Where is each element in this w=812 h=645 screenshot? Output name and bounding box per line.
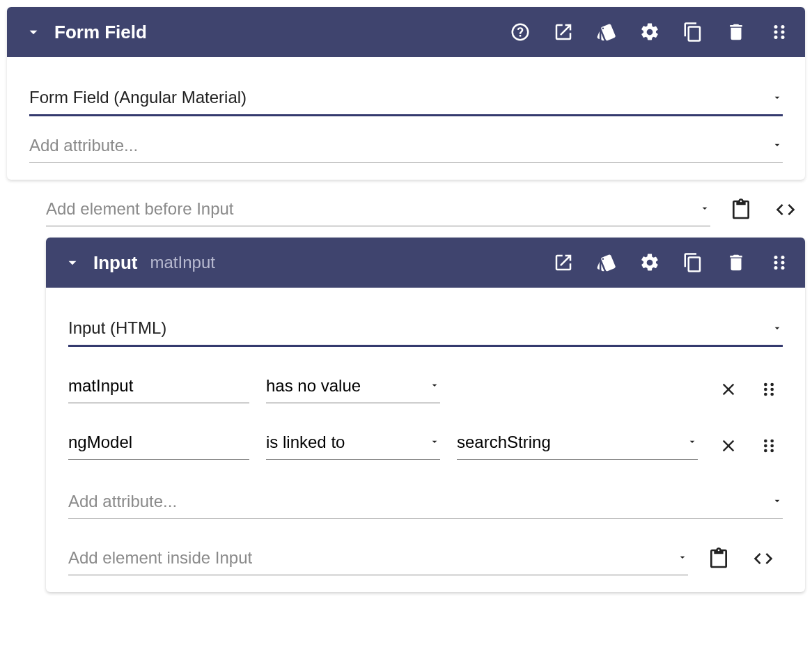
drag-handle-icon[interactable] <box>767 251 791 274</box>
attribute-row <box>68 426 783 460</box>
chevron-down-icon <box>699 203 710 217</box>
svg-point-17 <box>770 393 774 396</box>
nested-container: Input matInput <box>46 238 805 592</box>
remove-attr-icon[interactable] <box>715 432 742 460</box>
svg-point-10 <box>781 261 785 265</box>
input-body <box>46 288 805 592</box>
header-left: Input matInput <box>63 252 552 274</box>
add-attribute-input[interactable] <box>29 129 783 163</box>
form-field-card: Form Field <box>7 7 805 180</box>
open-external-icon[interactable] <box>552 251 575 274</box>
paste-icon[interactable] <box>727 196 755 224</box>
attr-operator-field[interactable] <box>266 369 440 403</box>
panel-subtitle: matInput <box>150 253 215 272</box>
insert-inside-row <box>68 541 783 575</box>
add-attribute-field[interactable] <box>68 485 783 519</box>
element-type-input[interactable] <box>29 81 783 116</box>
svg-point-14 <box>764 393 767 396</box>
code-icon[interactable] <box>772 196 799 224</box>
svg-point-1 <box>774 31 778 34</box>
copy-icon[interactable] <box>681 20 705 44</box>
svg-point-16 <box>770 388 774 391</box>
delete-icon[interactable] <box>724 20 748 44</box>
insert-before-row <box>46 192 805 226</box>
svg-point-19 <box>764 444 767 448</box>
svg-point-3 <box>781 25 785 29</box>
remove-attr-icon[interactable] <box>715 375 742 403</box>
settings-icon[interactable] <box>638 20 662 44</box>
svg-point-4 <box>781 31 785 34</box>
attr-name-field[interactable] <box>68 426 249 460</box>
svg-point-7 <box>774 261 778 265</box>
svg-point-8 <box>774 266 778 270</box>
collapse-toggle[interactable] <box>63 254 82 272</box>
settings-icon[interactable] <box>638 251 662 274</box>
element-type-field[interactable] <box>68 311 783 347</box>
style-icon[interactable] <box>595 251 618 274</box>
attr-name-input[interactable] <box>68 426 249 460</box>
help-icon[interactable] <box>508 20 532 44</box>
chevron-down-icon <box>677 552 688 566</box>
attr-name-input[interactable] <box>68 369 249 403</box>
svg-point-5 <box>781 36 785 39</box>
form-field-body <box>7 57 805 180</box>
svg-point-0 <box>774 25 778 29</box>
code-icon[interactable] <box>749 545 777 573</box>
svg-point-13 <box>764 388 767 391</box>
style-icon[interactable] <box>595 20 618 44</box>
add-attribute-field[interactable] <box>29 129 783 163</box>
drag-attr-icon[interactable] <box>755 375 783 403</box>
svg-point-18 <box>764 440 767 443</box>
paste-icon[interactable] <box>705 545 733 573</box>
attr-operator-field[interactable] <box>266 426 440 460</box>
drag-attr-icon[interactable] <box>755 432 783 460</box>
collapse-toggle[interactable] <box>24 23 43 41</box>
svg-point-22 <box>770 444 774 448</box>
input-card: Input matInput <box>46 238 805 592</box>
insert-inside-input[interactable] <box>68 541 688 575</box>
attr-operator-input[interactable] <box>266 369 440 403</box>
attr-value-field[interactable] <box>457 426 698 460</box>
svg-point-2 <box>774 36 778 39</box>
insert-before-input[interactable] <box>46 192 710 226</box>
svg-point-21 <box>770 440 774 443</box>
svg-point-12 <box>764 383 767 387</box>
attribute-row <box>68 369 783 403</box>
svg-point-23 <box>770 449 774 453</box>
header-left: Form Field <box>24 22 508 43</box>
add-attribute-input[interactable] <box>68 485 783 519</box>
element-type-field[interactable] <box>29 81 783 116</box>
panel-title: Input <box>93 252 138 274</box>
drag-handle-icon[interactable] <box>767 20 791 44</box>
form-field-header: Form Field <box>7 7 805 57</box>
svg-point-6 <box>774 256 778 259</box>
element-type-input[interactable] <box>68 311 783 347</box>
svg-point-9 <box>781 256 785 259</box>
attr-value-input[interactable] <box>457 426 698 460</box>
copy-icon[interactable] <box>681 251 705 274</box>
insert-inside-field[interactable] <box>68 541 688 575</box>
header-actions <box>552 251 791 274</box>
input-header: Input matInput <box>46 238 805 288</box>
header-actions <box>508 20 791 44</box>
svg-point-15 <box>770 383 774 387</box>
delete-icon[interactable] <box>724 251 748 274</box>
svg-point-11 <box>781 266 785 270</box>
panel-title: Form Field <box>54 22 147 43</box>
insert-before-field[interactable] <box>46 192 710 226</box>
svg-point-20 <box>764 449 767 453</box>
attr-operator-input[interactable] <box>266 426 440 460</box>
attr-name-field[interactable] <box>68 369 249 403</box>
open-external-icon[interactable] <box>552 20 575 44</box>
